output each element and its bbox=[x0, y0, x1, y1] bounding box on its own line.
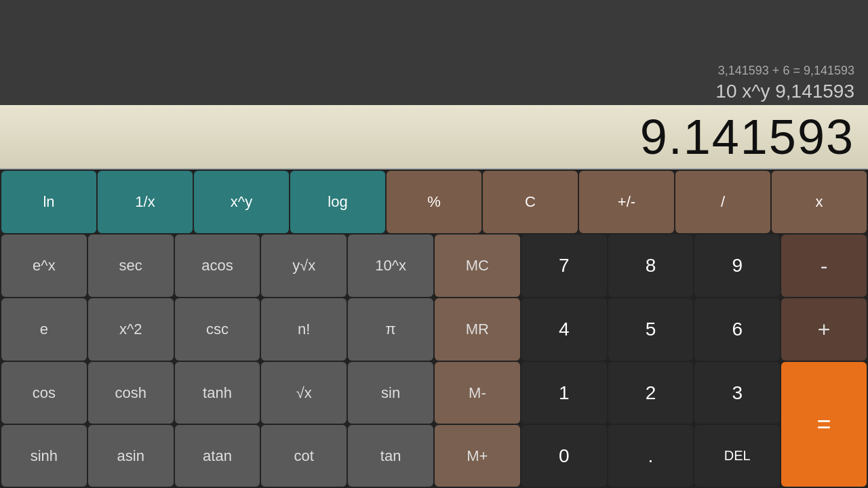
cot-button[interactable]: cot bbox=[261, 425, 347, 487]
factorial-button[interactable]: n! bbox=[261, 298, 347, 361]
multiply-button[interactable]: x bbox=[772, 171, 867, 233]
five-button[interactable]: 5 bbox=[608, 298, 694, 361]
key-row-2: e^x sec acos y√x 10^x MC 7 8 9 - bbox=[1, 235, 867, 297]
sec-button[interactable]: sec bbox=[88, 235, 174, 297]
atan-button[interactable]: atan bbox=[175, 425, 260, 487]
asin-button[interactable]: asin bbox=[88, 425, 174, 487]
tanh-button[interactable]: tanh bbox=[175, 362, 260, 424]
tan-button[interactable]: tan bbox=[348, 425, 433, 487]
eight-button[interactable]: 8 bbox=[608, 235, 694, 297]
history-line: 3,141593 + 6 = 9,141593 bbox=[718, 64, 854, 78]
two-button[interactable]: 2 bbox=[608, 362, 694, 424]
mr-button[interactable]: MR bbox=[435, 298, 520, 361]
rows-4-5: cos cosh tanh √x sin M- 1 2 3 = sinh asi… bbox=[1, 362, 867, 487]
decimal-button[interactable]: . bbox=[608, 425, 694, 487]
mc-button[interactable]: MC bbox=[435, 235, 520, 297]
sign-button[interactable]: +/- bbox=[579, 171, 674, 233]
equals-button[interactable]: = bbox=[781, 362, 867, 487]
secondary-line: 10 x^y 9,141593 bbox=[715, 81, 854, 102]
tenpowx-button[interactable]: 10^x bbox=[348, 235, 433, 297]
xpowy-button[interactable]: x^y bbox=[194, 171, 289, 233]
csc-button[interactable]: csc bbox=[175, 298, 260, 361]
sinh-button[interactable]: sinh bbox=[1, 425, 87, 487]
ln-button[interactable]: ln bbox=[1, 171, 96, 233]
acos-button[interactable]: acos bbox=[175, 235, 260, 297]
calculator: 3,141593 + 6 = 9,141593 10 x^y 9,141593 … bbox=[0, 0, 868, 488]
square-button[interactable]: x^2 bbox=[88, 298, 174, 361]
cos-button[interactable]: cos bbox=[1, 362, 87, 424]
e-button[interactable]: e bbox=[1, 298, 87, 361]
seven-button[interactable]: 7 bbox=[521, 235, 607, 297]
divide-button[interactable]: / bbox=[675, 171, 770, 233]
four-button[interactable]: 4 bbox=[521, 298, 607, 361]
sqrt-button[interactable]: √x bbox=[261, 362, 347, 424]
del-button[interactable]: DEL bbox=[694, 425, 780, 487]
one-button[interactable]: 1 bbox=[521, 362, 607, 424]
keypad: ln 1/x x^y log % C +/- / x e^x sec acos … bbox=[0, 169, 868, 488]
key-row-3: e x^2 csc n! π MR 4 5 6 + bbox=[1, 298, 867, 361]
cosh-button[interactable]: cosh bbox=[88, 362, 174, 424]
pi-button[interactable]: π bbox=[348, 298, 433, 361]
epowx-button[interactable]: e^x bbox=[1, 235, 87, 297]
reciprocal-button[interactable]: 1/x bbox=[98, 171, 193, 233]
minus-button[interactable]: - bbox=[781, 235, 867, 297]
log-button[interactable]: log bbox=[290, 171, 385, 233]
mminus-button[interactable]: M- bbox=[435, 362, 520, 424]
sin-button[interactable]: sin bbox=[348, 362, 433, 424]
mplus-button[interactable]: M+ bbox=[435, 425, 520, 487]
six-button[interactable]: 6 bbox=[694, 298, 780, 361]
clear-button[interactable]: C bbox=[483, 171, 578, 233]
yroot-button[interactable]: y√x bbox=[261, 235, 347, 297]
nine-button[interactable]: 9 bbox=[694, 235, 780, 297]
zero-button[interactable]: 0 bbox=[521, 425, 607, 487]
main-value: 9.141593 bbox=[640, 109, 854, 165]
plus-button[interactable]: + bbox=[781, 298, 867, 361]
percent-button[interactable]: % bbox=[387, 171, 481, 233]
key-row-1: ln 1/x x^y log % C +/- / x bbox=[1, 171, 867, 233]
display-area: 3,141593 + 6 = 9,141593 10 x^y 9,141593 bbox=[0, 0, 868, 105]
main-display: 9.141593 bbox=[0, 105, 868, 169]
three-button[interactable]: 3 bbox=[694, 362, 780, 424]
